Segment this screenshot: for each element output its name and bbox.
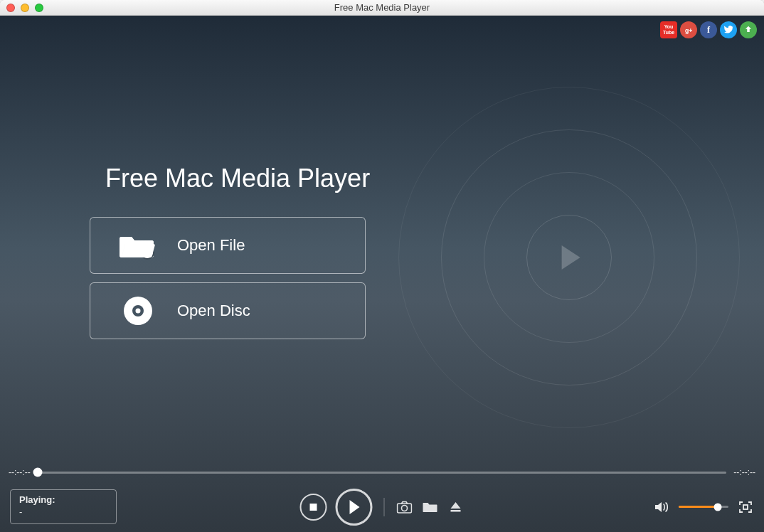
separator xyxy=(384,498,385,516)
now-playing-value: - xyxy=(19,506,107,518)
window-controls xyxy=(0,4,43,12)
svg-rect-9 xyxy=(743,505,748,509)
svg-point-4 xyxy=(136,309,141,314)
now-playing-label: Playing: xyxy=(19,494,107,506)
window-title: Free Mac Media Player xyxy=(0,2,764,13)
snapshot-button[interactable] xyxy=(396,500,413,514)
now-playing-box: Playing: - xyxy=(10,489,117,524)
play-button[interactable] xyxy=(336,489,373,526)
svg-point-7 xyxy=(402,505,408,511)
radar-graphic xyxy=(384,73,754,442)
time-elapsed: --:--:-- xyxy=(9,467,31,477)
center-controls xyxy=(300,489,465,526)
stage: Free Mac Media Player xyxy=(0,16,764,464)
volume-slider[interactable] xyxy=(679,506,728,508)
control-bar: Playing: - xyxy=(0,481,764,532)
play-glyph-icon xyxy=(562,245,580,270)
open-buttons: Open File Open Disc xyxy=(90,217,366,339)
fullscreen-button[interactable] xyxy=(737,500,754,514)
volume-icon[interactable] xyxy=(653,500,670,514)
svg-rect-5 xyxy=(310,504,317,511)
progress-row: --:--:-- --:--:-- xyxy=(0,464,764,481)
stop-button[interactable] xyxy=(300,494,327,521)
open-disc-button[interactable]: Open Disc xyxy=(90,282,366,339)
svg-rect-8 xyxy=(451,510,461,512)
time-remaining: --:--:-- xyxy=(733,467,755,477)
app-window: Free Mac Media Player YouTube g+ f Free … xyxy=(0,0,764,532)
minimize-window-button[interactable] xyxy=(21,4,29,12)
content-area: YouTube g+ f Free Mac Media Player xyxy=(0,16,764,532)
seek-slider[interactable] xyxy=(38,472,727,474)
open-file-label: Open File xyxy=(177,236,245,255)
close-window-button[interactable] xyxy=(6,4,15,12)
volume-thumb[interactable] xyxy=(713,503,721,511)
titlebar: Free Mac Media Player xyxy=(0,0,764,16)
zoom-window-button[interactable] xyxy=(35,4,43,12)
open-folder-button[interactable] xyxy=(422,500,439,514)
volume-fill xyxy=(679,506,718,508)
disc-icon xyxy=(119,295,157,326)
right-controls xyxy=(653,500,754,514)
open-disc-label: Open Disc xyxy=(177,302,250,320)
eject-button[interactable] xyxy=(447,500,465,514)
folder-add-icon xyxy=(119,231,157,260)
app-heading: Free Mac Media Player xyxy=(105,164,370,193)
seek-thumb[interactable] xyxy=(33,468,42,477)
open-file-button[interactable]: Open File xyxy=(90,217,366,274)
